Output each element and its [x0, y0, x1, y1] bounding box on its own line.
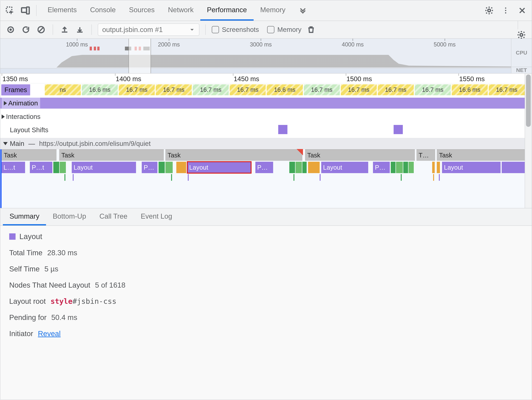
settings-icon[interactable] [483, 4, 495, 17]
work-block[interactable] [308, 162, 320, 173]
frame-cell[interactable]: 16.6 ms [452, 84, 488, 95]
frame-cell[interactable]: 16.7 ms [378, 84, 414, 95]
frame-cell[interactable]: 16.7 ms [230, 84, 266, 95]
overview-graph[interactable]: 1000 ms 2000 ms 3000 ms 4000 ms 5000 ms [0, 39, 511, 73]
layout-shift-block[interactable] [394, 125, 403, 134]
animation-lane[interactable]: Animation [0, 97, 525, 110]
frame-cell[interactable]: 16.7 ms [415, 84, 451, 95]
reload-record-icon[interactable] [20, 24, 32, 35]
tab-network[interactable]: Network [161, 0, 200, 21]
work-block[interactable] [432, 162, 435, 173]
timeline-main[interactable]: 1350 ms 1400 ms 1450 ms 1500 ms 1550 ms … [0, 74, 525, 208]
work-block[interactable] [60, 162, 66, 173]
tab-event-log[interactable]: Event Log [134, 208, 179, 225]
memory-checkbox[interactable]: Memory [267, 26, 301, 33]
task-block[interactable]: T… [417, 149, 435, 161]
work-block[interactable]: P…t [30, 162, 52, 173]
flame-stub[interactable] [439, 174, 440, 181]
overview-window[interactable] [129, 39, 151, 73]
work-block[interactable]: P… [255, 162, 273, 173]
work-block[interactable]: Layout [72, 162, 136, 173]
work-block[interactable] [396, 162, 403, 173]
key: Self Time [9, 265, 40, 273]
tab-sources[interactable]: Sources [122, 0, 161, 21]
scrollbar-thumb[interactable] [526, 74, 531, 127]
work-block[interactable]: Layout [442, 162, 500, 173]
tab-performance[interactable]: Performance [200, 0, 254, 21]
tab-memory[interactable]: Memory [254, 0, 292, 21]
task-block[interactable]: Task [305, 149, 415, 161]
flame-stub[interactable] [171, 174, 172, 181]
layout-shifts-lane-header[interactable]: Layout Shifts [10, 125, 48, 135]
layout-shift-block[interactable] [278, 125, 287, 134]
work-block[interactable] [53, 162, 59, 173]
work-block[interactable]: P… [142, 162, 158, 173]
layout-shifts-lane[interactable]: Layout Shifts [0, 123, 525, 138]
task-block[interactable]: Task [165, 149, 303, 161]
download-icon[interactable] [74, 24, 85, 35]
work-block[interactable] [176, 162, 186, 173]
frames-lane-header[interactable]: Frames [1, 84, 30, 95]
flame-stub[interactable] [320, 174, 321, 181]
clear-icon[interactable] [36, 24, 47, 35]
frame-cell[interactable]: 16.7 ms [156, 84, 192, 95]
record-icon[interactable] [5, 24, 16, 35]
main-thread-header[interactable]: Main — https://output.jsbin.com/elisum/9… [0, 138, 525, 149]
work-block[interactable] [165, 162, 173, 173]
flame-stub[interactable] [433, 174, 434, 181]
work-block[interactable] [158, 162, 165, 173]
frame-cell[interactable]: 16.7 ms [341, 84, 377, 95]
work-block[interactable] [391, 162, 395, 173]
tab-elements[interactable]: Elements [41, 0, 83, 21]
reveal-link[interactable]: Reveal [38, 329, 61, 338]
screenshots-checkbox[interactable]: Screenshots [212, 26, 259, 33]
work-block[interactable]: P… [373, 162, 390, 173]
frame-cell[interactable]: 16.7 ms [119, 84, 155, 95]
overview-minimap[interactable]: 1000 ms 2000 ms 3000 ms 4000 ms 5000 ms … [0, 39, 532, 74]
frame-cell[interactable]: 16.7 ms [193, 84, 229, 95]
flame-stub[interactable] [64, 174, 65, 181]
interactions-lane-header[interactable]: Interactions [2, 111, 40, 122]
tab-bottom-up[interactable]: Bottom-Up [46, 208, 93, 225]
selected-layout-block[interactable]: Layout [187, 162, 251, 173]
tab-summary[interactable]: Summary [3, 208, 46, 225]
task-block[interactable]: Task [437, 149, 525, 161]
tab-console[interactable]: Console [83, 0, 122, 21]
svg-point-8 [9, 28, 12, 31]
upload-icon[interactable] [59, 24, 70, 35]
timeline-scrollbar[interactable] [525, 74, 532, 208]
kebab-menu-icon[interactable] [499, 4, 512, 17]
work-block[interactable] [403, 162, 408, 173]
close-icon[interactable] [516, 4, 528, 17]
flame-stub[interactable] [188, 174, 189, 181]
flame-stub[interactable] [401, 174, 402, 181]
work-block[interactable] [502, 162, 525, 173]
element-selector: #jsbin-css [73, 297, 116, 306]
main-flamechart[interactable]: TaskTaskTaskTaskT…Task L…tP…tLayoutP…Lay… [0, 149, 525, 208]
frame-cell[interactable]: 16.6 ms [267, 84, 303, 95]
frame-cell[interactable]: 16.6 ms [82, 84, 118, 95]
interactions-lane[interactable]: Interactions [0, 110, 525, 123]
work-block[interactable]: Layout [321, 162, 368, 173]
flame-stub[interactable] [73, 174, 74, 181]
trash-icon[interactable] [305, 24, 317, 35]
device-toolbar-icon[interactable] [19, 4, 32, 17]
inspect-element-icon[interactable] [4, 4, 16, 17]
work-block[interactable] [437, 162, 440, 173]
animation-lane-header[interactable]: Animation [2, 98, 40, 109]
work-block[interactable]: L…t [2, 162, 25, 173]
work-block[interactable] [296, 162, 302, 173]
frames-lane[interactable]: Frames ns16.6 ms16.7 ms16.7 ms16.7 ms16.… [0, 83, 525, 97]
frame-cell[interactable]: ns [45, 84, 81, 95]
frame-cell[interactable]: 16.7 ms [304, 84, 340, 95]
tab-overflow[interactable] [292, 0, 314, 21]
work-block[interactable] [289, 162, 295, 173]
work-block[interactable] [409, 162, 414, 173]
recording-selector[interactable]: output.jsbin.com #1 [98, 24, 199, 36]
tab-call-tree[interactable]: Call Tree [93, 208, 134, 225]
task-block[interactable]: Task [2, 149, 57, 161]
work-block[interactable] [302, 162, 306, 173]
frame-cell[interactable]: 16.7 ms [489, 84, 525, 95]
flame-stub[interactable] [293, 174, 294, 181]
task-block[interactable]: Task [59, 149, 164, 161]
